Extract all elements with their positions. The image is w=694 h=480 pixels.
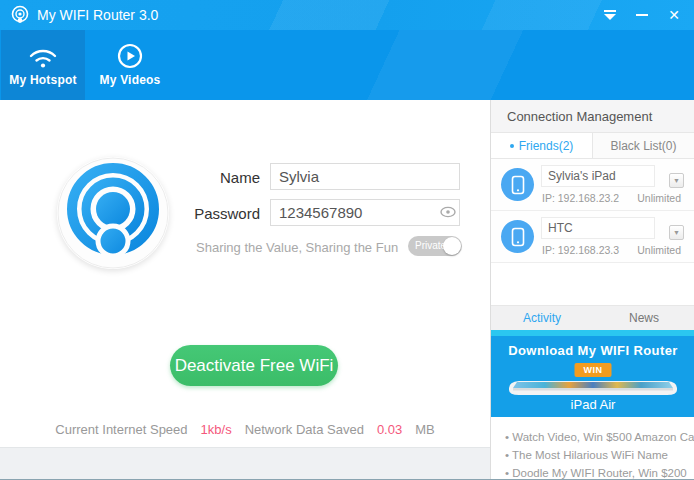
sidebar-header: Connection Management bbox=[491, 100, 694, 133]
menu-arrow-icon[interactable] bbox=[604, 0, 616, 30]
device-name-field[interactable]: Sylvia's iPad bbox=[541, 165, 655, 187]
slogan-text: Sharing the Value, Sharing the Fun bbox=[196, 240, 398, 255]
play-circle-icon bbox=[117, 43, 143, 69]
chevron-down-icon[interactable]: ▼ bbox=[669, 173, 684, 188]
device-limit: Unlimited bbox=[637, 244, 681, 256]
toggle-knob bbox=[443, 237, 461, 255]
news-item[interactable]: Doodle My WIFI Router, Win $200 bbox=[505, 464, 689, 480]
active-dot-icon bbox=[510, 144, 514, 148]
tab-activity[interactable]: Activity bbox=[491, 306, 593, 330]
device-ip: IP: 192.168.23.2 bbox=[542, 192, 619, 204]
app-logo-icon bbox=[10, 5, 30, 25]
wifi-router-logo-icon bbox=[57, 157, 169, 269]
news-item[interactable]: Watch Video, Win $500 Amazon Card bbox=[505, 428, 689, 446]
phone-icon bbox=[501, 168, 534, 201]
chevron-down-icon[interactable]: ▼ bbox=[669, 225, 684, 240]
deactivate-wifi-button[interactable]: Deactivate Free WiFi bbox=[170, 345, 338, 386]
tab-label: My Videos bbox=[100, 73, 161, 87]
tab-my-hotspot[interactable]: My Hotspot bbox=[1, 30, 85, 100]
device-row: Sylvia's iPad IP: 192.168.23.2 Unlimited… bbox=[491, 159, 694, 211]
sidebar-tabs: Friends(2) Black List(0) bbox=[491, 133, 694, 159]
banner-product: iPad Air bbox=[491, 397, 694, 412]
feed-tabs: Activity News bbox=[491, 305, 694, 330]
speed-label: Current Internet Speed bbox=[55, 422, 187, 437]
tab-my-videos[interactable]: My Videos bbox=[85, 30, 175, 100]
name-label: Name bbox=[190, 169, 260, 186]
tab-label: Black List(0) bbox=[610, 139, 676, 153]
password-input[interactable] bbox=[270, 199, 460, 226]
saved-unit: MB bbox=[415, 422, 435, 437]
saved-label: Network Data Saved bbox=[245, 422, 364, 437]
saved-value: 0.03 bbox=[377, 422, 402, 437]
private-toggle[interactable]: Private bbox=[408, 236, 462, 256]
device-ip: IP: 192.168.23.3 bbox=[542, 244, 619, 256]
password-label: Password bbox=[190, 205, 260, 222]
win-badge: WIN bbox=[575, 363, 612, 377]
promo-banner[interactable]: Download My WIFI Router WIN iPad Air bbox=[491, 330, 694, 417]
tab-label: My Hotspot bbox=[9, 73, 76, 87]
main-tabstrip: My Hotspot My Videos bbox=[0, 30, 694, 100]
name-input[interactable] bbox=[270, 163, 460, 190]
wifi-icon bbox=[26, 43, 60, 69]
news-list: Watch Video, Win $500 Amazon Card The Mo… bbox=[491, 417, 694, 480]
device-row: HTC IP: 192.168.23.3 Unlimited ▼ bbox=[491, 211, 694, 263]
device-limit: Unlimited bbox=[637, 192, 681, 204]
device-name-field[interactable]: HTC bbox=[541, 217, 655, 239]
status-line: Current Internet Speed 1kb/s Network Dat… bbox=[0, 422, 490, 437]
titlebar: My WIFI Router 3.0 ✕ bbox=[0, 0, 694, 30]
close-button[interactable]: ✕ bbox=[668, 0, 680, 30]
banner-title: Download My WIFI Router bbox=[491, 343, 694, 358]
hotspot-panel: Name Password Sharing the Value, Sharing… bbox=[0, 100, 490, 480]
eye-icon[interactable] bbox=[440, 205, 456, 219]
connection-sidebar: Connection Management Friends(2) Black L… bbox=[490, 100, 694, 480]
tab-friends[interactable]: Friends(2) bbox=[491, 133, 592, 158]
tab-news[interactable]: News bbox=[593, 306, 694, 330]
window-title: My WIFI Router 3.0 bbox=[37, 0, 158, 30]
phone-icon bbox=[501, 220, 534, 253]
minimize-button[interactable] bbox=[636, 0, 648, 30]
tab-label: Friends(2) bbox=[519, 139, 574, 153]
news-item[interactable]: The Most Hilarious WiFi Name bbox=[505, 446, 689, 464]
private-toggle-label: Private bbox=[415, 236, 446, 256]
bottom-strip bbox=[0, 447, 490, 480]
app-window: My WIFI Router 3.0 ✕ My Hotspot My Video… bbox=[0, 0, 694, 480]
banner-accent-strip bbox=[491, 330, 694, 336]
tab-blacklist[interactable]: Black List(0) bbox=[592, 133, 694, 158]
speed-value: 1kb/s bbox=[201, 422, 232, 437]
